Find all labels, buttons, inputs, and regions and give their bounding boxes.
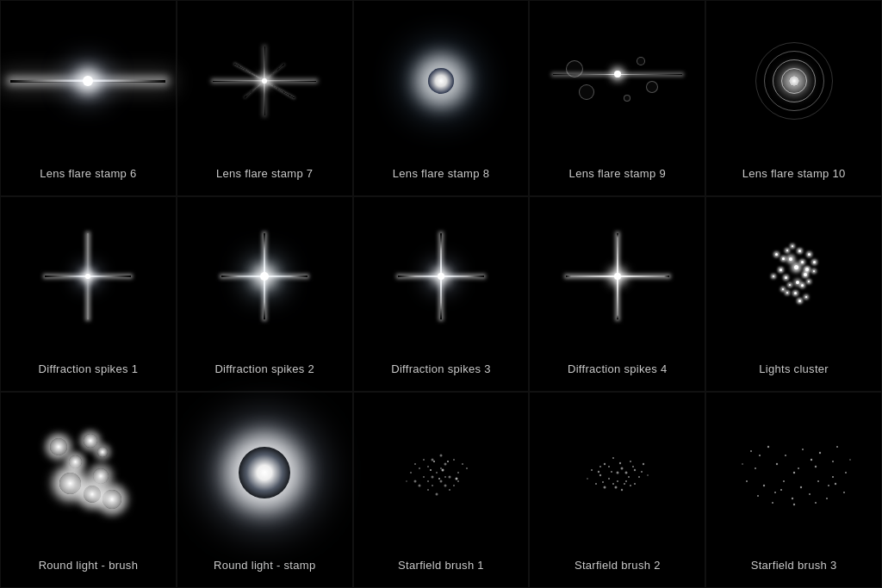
svg-point-33: [430, 469, 432, 471]
svg-point-87: [757, 495, 759, 497]
svg-point-2: [439, 455, 442, 457]
svg-point-48: [621, 489, 623, 491]
svg-point-76: [775, 463, 777, 465]
svg-point-54: [647, 474, 649, 476]
cell-label: Round light - stamp: [214, 559, 315, 572]
svg-point-6: [448, 476, 450, 479]
svg-point-70: [767, 446, 768, 448]
cell-label: Starfield brush 1: [398, 559, 484, 572]
svg-point-61: [619, 462, 621, 464]
svg-point-62: [628, 476, 630, 478]
cell-lens-flare-9[interactable]: Lens flare stamp 9: [529, 0, 705, 196]
svg-point-8: [453, 459, 455, 461]
svg-point-94: [792, 504, 794, 505]
svg-point-73: [818, 452, 820, 454]
svg-point-84: [799, 486, 801, 488]
svg-point-20: [449, 489, 450, 491]
svg-point-63: [602, 481, 604, 483]
cell-diffraction-2[interactable]: Diffraction spikes 2: [177, 196, 353, 393]
svg-point-66: [632, 466, 634, 467]
svg-point-65: [624, 483, 625, 485]
cell-starfield-2[interactable]: Starfield brush 2: [529, 392, 705, 588]
svg-point-101: [780, 489, 782, 491]
cell-lens-flare-10[interactable]: Lens flare stamp 10: [705, 0, 882, 196]
cell-label: Diffraction spikes 3: [391, 362, 491, 375]
cell-lens-flare-7[interactable]: Lens flare stamp 7: [177, 0, 353, 196]
cell-label: Diffraction spikes 2: [214, 362, 314, 375]
svg-point-41: [608, 478, 610, 480]
svg-point-0: [431, 459, 433, 461]
svg-point-29: [406, 480, 407, 482]
svg-point-64: [614, 486, 617, 489]
svg-point-77: [798, 467, 799, 469]
cell-diffraction-4[interactable]: Diffraction spikes 4: [529, 196, 705, 393]
brush-grid: Lens flare stamp 6 Lens flare stamp 7 Le…: [0, 0, 882, 588]
svg-point-58: [599, 466, 601, 467]
svg-point-74: [836, 446, 838, 448]
svg-point-45: [595, 483, 597, 485]
svg-point-82: [762, 485, 764, 486]
svg-point-98: [849, 459, 851, 461]
cell-starfield-1[interactable]: Starfield brush 1: [353, 392, 530, 588]
svg-point-72: [802, 449, 804, 450]
svg-point-89: [791, 498, 792, 499]
svg-point-4: [444, 463, 446, 466]
svg-point-22: [457, 480, 459, 482]
svg-point-3: [436, 472, 438, 473]
svg-point-93: [772, 502, 773, 504]
svg-point-96: [828, 485, 829, 486]
cell-starfield-3[interactable]: Starfield brush 3: [705, 392, 882, 588]
cell-label: Lens flare stamp 7: [216, 167, 313, 180]
svg-point-7: [419, 467, 420, 469]
cell-label: Lens flare stamp 8: [393, 167, 489, 180]
svg-point-12: [432, 485, 433, 486]
cell-lens-flare-8[interactable]: Lens flare stamp 8: [353, 0, 530, 196]
svg-point-90: [809, 493, 811, 495]
cell-diffraction-3[interactable]: Diffraction spikes 3: [353, 196, 530, 393]
svg-point-83: [783, 480, 785, 482]
svg-point-16: [435, 493, 438, 496]
svg-point-15: [453, 485, 455, 486]
svg-point-57: [624, 472, 627, 474]
svg-point-47: [612, 483, 614, 485]
svg-point-55: [608, 466, 610, 467]
svg-point-44: [634, 469, 636, 471]
svg-point-99: [759, 455, 761, 456]
starfield-3-svg: [734, 434, 854, 511]
cell-diffraction-1[interactable]: Diffraction spikes 1: [0, 196, 177, 393]
svg-point-81: [746, 480, 748, 482]
svg-point-17: [423, 459, 425, 461]
svg-point-92: [843, 492, 845, 493]
svg-point-97: [742, 463, 743, 465]
cell-round-brush[interactable]: Round light - brush: [0, 392, 177, 588]
cell-lens-flare-6[interactable]: Lens flare stamp 6: [0, 0, 177, 196]
svg-point-31: [441, 469, 444, 472]
svg-point-49: [630, 485, 631, 486]
svg-point-103: [792, 472, 794, 473]
svg-point-5: [423, 476, 425, 478]
svg-point-43: [625, 480, 627, 482]
cell-lights-cluster[interactable]: Lights cluster: [705, 196, 882, 393]
svg-point-37: [612, 457, 614, 459]
svg-point-95: [815, 502, 817, 504]
svg-point-36: [604, 463, 606, 465]
cell-label: Starfield brush 2: [575, 559, 661, 572]
svg-point-39: [630, 461, 631, 462]
svg-point-34: [447, 461, 449, 462]
svg-point-19: [410, 472, 412, 473]
cell-label: Diffraction spikes 4: [568, 362, 668, 375]
svg-point-9: [413, 480, 416, 483]
cell-round-stamp[interactable]: Round light - stamp: [177, 392, 353, 588]
svg-point-91: [826, 498, 828, 499]
svg-point-38: [620, 467, 623, 470]
svg-point-69: [750, 450, 752, 452]
svg-point-52: [643, 463, 644, 465]
svg-point-30: [433, 461, 435, 462]
svg-point-51: [591, 469, 593, 471]
svg-point-50: [638, 476, 640, 478]
svg-point-53: [587, 478, 588, 480]
svg-point-79: [832, 461, 834, 462]
svg-point-67: [598, 471, 599, 473]
svg-point-24: [431, 476, 433, 479]
svg-point-88: [774, 492, 776, 493]
